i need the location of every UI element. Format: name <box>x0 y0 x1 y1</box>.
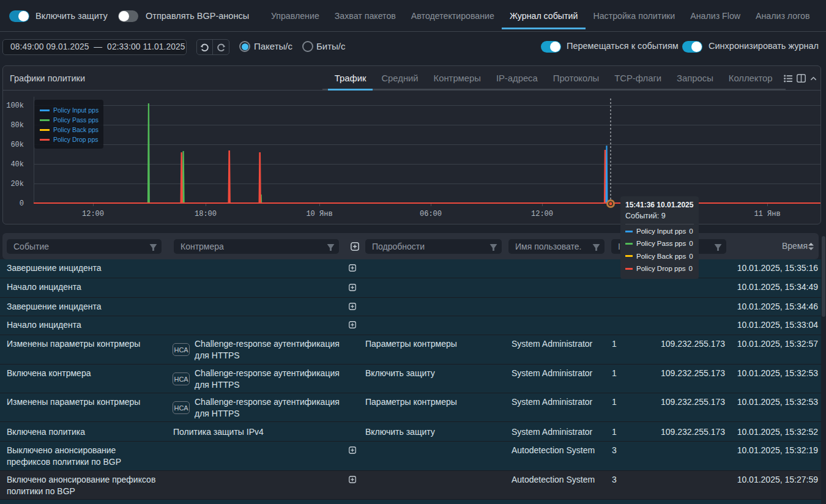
svg-text:0: 0 <box>20 199 24 208</box>
svg-text:80k: 80k <box>10 121 24 130</box>
svg-text:06:00: 06:00 <box>420 210 442 218</box>
svg-text:40k: 40k <box>10 160 24 169</box>
svg-text:10 Янв: 10 Янв <box>306 210 332 218</box>
svg-text:20k: 20k <box>10 180 24 188</box>
svg-text:18:00: 18:00 <box>195 210 217 218</box>
svg-text:12:00: 12:00 <box>82 210 104 218</box>
svg-text:60k: 60k <box>10 141 24 149</box>
svg-text:12:00: 12:00 <box>531 210 553 218</box>
svg-text:100k: 100k <box>6 102 24 110</box>
svg-text:11 Янв: 11 Янв <box>754 210 780 218</box>
